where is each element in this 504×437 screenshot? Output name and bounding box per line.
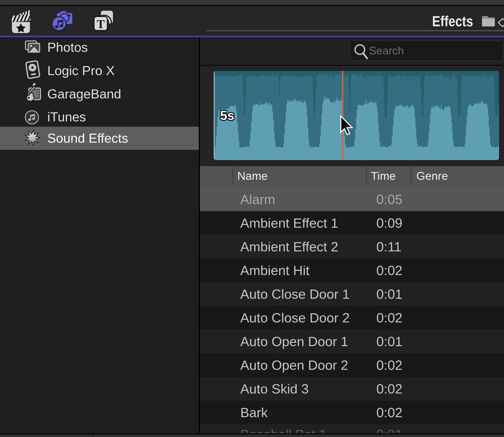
svg-text:T: T bbox=[97, 17, 105, 31]
